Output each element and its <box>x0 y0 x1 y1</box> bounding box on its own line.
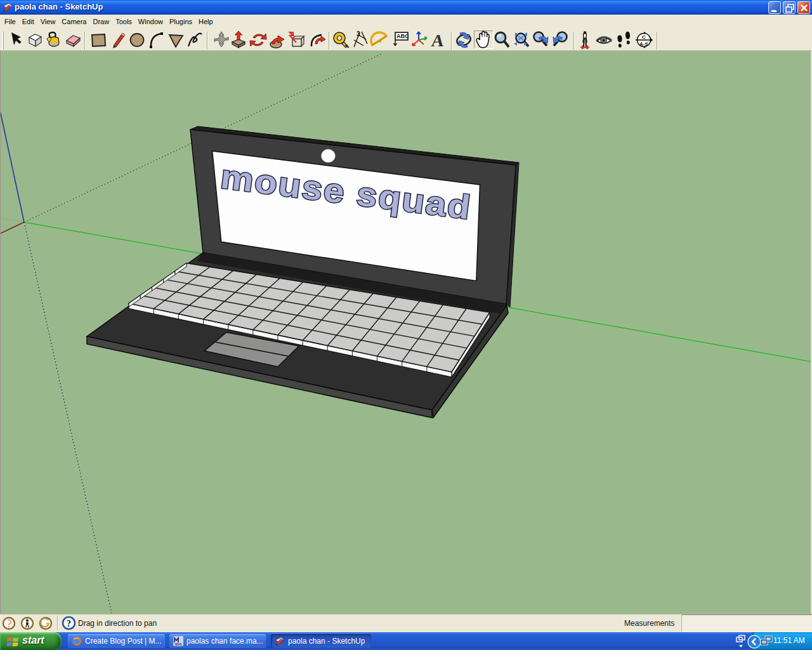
svg-text:A-S: A-S <box>639 41 648 47</box>
svg-text:?: ? <box>67 619 71 628</box>
svg-text:ABC: ABC <box>396 33 409 39</box>
svg-text:3DS: 3DS <box>174 642 182 646</box>
svg-text:3: 3 <box>357 30 360 37</box>
svg-text:C: C <box>642 34 646 40</box>
svg-text:A: A <box>431 31 445 50</box>
